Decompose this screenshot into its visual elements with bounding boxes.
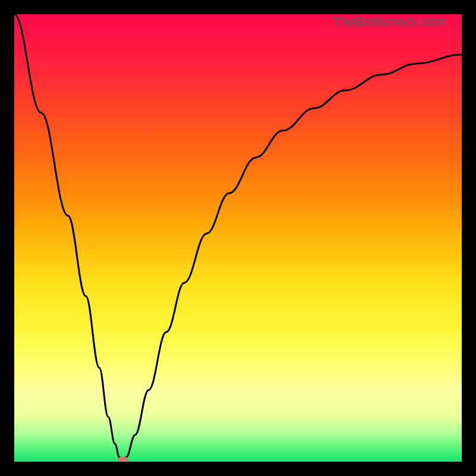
watermark-text: TheBottleneck.com xyxy=(332,14,446,30)
chart-frame: TheBottleneck.com xyxy=(14,14,462,462)
gradient-background xyxy=(14,14,462,462)
plot-area xyxy=(14,14,462,462)
chart-svg xyxy=(14,14,462,462)
